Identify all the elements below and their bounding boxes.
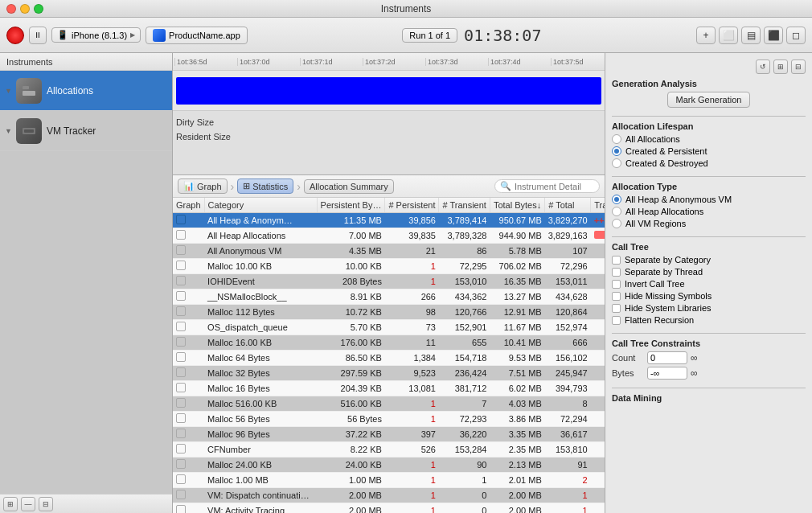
row-checkbox-cell[interactable] [173,503,204,514]
analysis-btn-3[interactable]: ⊟ [791,60,806,74]
table-row[interactable]: Malloc 56 Bytes56 Bytes172,2933.86 MB72,… [173,412,605,427]
app-selector[interactable]: ProductName.app [146,27,248,44]
device-selector[interactable]: 📱 iPhone (8.1.3) ▶ [51,27,141,43]
row-checkbox-cell[interactable] [173,320,204,335]
row-checkbox[interactable] [176,429,186,438]
lifespan-option-2[interactable]: Created & Destroyed [612,158,806,168]
search-box[interactable]: 🔍 [494,179,600,193]
th-persistent[interactable]: # Persistent [385,198,439,213]
track-allocations[interactable]: ▼ Allocations [0,71,172,111]
pause-button[interactable]: ⏸ [29,27,47,44]
view-button-4[interactable]: ◻ [786,27,806,44]
row-checkbox[interactable] [176,444,186,453]
search-input[interactable] [515,182,594,191]
table-row[interactable]: Malloc 96 Bytes37.22 KB39736,2203.35 MB3… [173,427,605,442]
bytes-input[interactable] [647,367,687,380]
table-row[interactable]: Malloc 24.00 KB24.00 KB1902.13 MB91 [173,458,605,473]
row-checkbox[interactable] [176,490,186,499]
table-row[interactable]: VM: Dispatch continuations2.00 MB102.00 … [173,488,605,503]
row-checkbox-cell[interactable] [173,488,204,503]
row-checkbox[interactable] [176,245,186,255]
row-checkbox-cell[interactable] [173,473,204,488]
run-selector[interactable]: Run 1 of 1 [402,28,457,43]
row-checkbox-cell[interactable] [173,335,204,351]
mini-btn-1[interactable]: ⊞ [3,497,18,511]
row-checkbox-cell[interactable] [173,412,204,427]
row-checkbox-cell[interactable] [173,442,204,458]
row-checkbox[interactable] [176,398,186,408]
row-checkbox[interactable] [176,383,186,392]
type-option-1[interactable]: All Heap Allocations [612,207,806,216]
table-row[interactable]: Malloc 516.00 KB516.00 KB174.03 MB8 [173,396,605,412]
ct-separate-thread[interactable]: Separate by Thread [612,267,806,277]
table-row[interactable]: All Heap Allocations7.00 MB39,8353,789,3… [173,228,605,244]
mini-btn-2[interactable]: — [21,497,35,511]
row-checkbox[interactable] [176,322,186,331]
row-checkbox-cell[interactable] [173,259,204,274]
row-checkbox-cell[interactable] [173,213,204,228]
row-checkbox-cell[interactable] [173,351,204,366]
th-graph[interactable]: Graph [173,198,204,213]
view-button-1[interactable]: ⬜ [719,27,738,44]
th-transient[interactable]: # Transient [439,198,490,213]
table-row[interactable]: Malloc 10.00 KB10.00 KB172,295706.02 MB7… [173,259,605,274]
row-checkbox[interactable] [176,352,186,362]
table-row[interactable]: VM: Activity Tracing2.00 MB102.00 MB1 [173,503,605,514]
table-row[interactable]: Malloc 112 Bytes10.72 KB98120,76612.91 M… [173,305,605,320]
table-row[interactable]: CFNumber8.22 KB526153,2842.35 MB153,810 [173,442,605,458]
table-row[interactable]: All Anonymous VM4.35 MB21865.78 MB107 [173,244,605,259]
row-checkbox-cell[interactable] [173,305,204,320]
row-checkbox[interactable] [176,230,186,240]
add-instrument-button[interactable]: + [696,27,716,44]
statistics-button[interactable]: ⊞ Statistics [237,179,293,194]
row-checkbox-cell[interactable] [173,427,204,442]
row-checkbox-cell[interactable] [173,396,204,412]
record-button[interactable] [6,27,24,44]
th-transient-total[interactable]: Transient/Total Bytes [591,198,605,213]
row-checkbox[interactable] [176,337,186,347]
analysis-btn-1[interactable]: ↺ [756,60,770,74]
row-checkbox[interactable] [176,413,186,423]
minimize-button[interactable] [20,4,30,14]
lifespan-option-0[interactable]: All Allocations [612,134,806,144]
row-checkbox[interactable] [176,291,186,301]
window-controls[interactable] [6,4,43,14]
ct-hide-missing[interactable]: Hide Missing Symbols [612,291,806,301]
table-row[interactable]: All Heap & Anonym…11.35 MB39,8563,789,41… [173,213,605,228]
table-row[interactable]: __NSMallocBlock__8.91 KB266434,36213.27 … [173,289,605,305]
row-checkbox[interactable] [176,474,186,484]
row-checkbox[interactable] [176,215,186,224]
ct-flatten[interactable]: Flatten Recursion [612,315,806,325]
data-table[interactable]: Graph Category Persistent By… # Persiste… [173,198,605,513]
row-checkbox[interactable] [176,306,186,316]
ct-hide-system[interactable]: Hide System Libraries [612,303,806,313]
maximize-button[interactable] [34,4,43,14]
th-total-bytes[interactable]: Total Bytes↓ [490,198,544,213]
track-vmtracker[interactable]: ▼ VM Tracker [0,111,172,151]
row-checkbox-cell[interactable] [173,274,204,289]
table-row[interactable]: IOHIDEvent208 Bytes1153,01016.35 MB153,0… [173,274,605,289]
table-row[interactable]: Malloc 16 Bytes204.39 KB13,081381,7126.0… [173,381,605,396]
type-option-2[interactable]: All VM Regions [612,219,806,228]
close-button[interactable] [6,4,16,14]
th-total[interactable]: # Total [545,198,591,213]
graph-button[interactable]: 📊 Graph [178,179,228,194]
th-persistent-by[interactable]: Persistent By… [317,198,385,213]
th-category[interactable]: Category [204,198,317,213]
analysis-btn-2[interactable]: ⊞ [773,60,788,74]
table-row[interactable]: Malloc 16.00 KB176.00 KB1165510.41 MB666 [173,335,605,351]
lifespan-option-1[interactable]: Created & Persistent [612,146,806,156]
row-checkbox-cell[interactable] [173,244,204,259]
row-checkbox-cell[interactable] [173,381,204,396]
mark-generation-button[interactable]: Mark Generation [667,92,751,108]
table-row[interactable]: Malloc 64 Bytes86.50 KB1,384154,7189.53 … [173,351,605,366]
table-row[interactable]: Malloc 1.00 MB1.00 MB112.01 MB2 [173,473,605,488]
row-checkbox[interactable] [176,261,186,270]
table-row[interactable]: Malloc 32 Bytes297.59 KB9,523236,4247.51… [173,366,605,381]
row-checkbox-cell[interactable] [173,289,204,305]
row-checkbox[interactable] [176,276,186,285]
view-button-2[interactable]: ▤ [741,27,761,44]
row-checkbox[interactable] [176,459,186,469]
type-option-0[interactable]: All Heap & Anonymous VM [612,195,806,204]
row-checkbox-cell[interactable] [173,366,204,381]
